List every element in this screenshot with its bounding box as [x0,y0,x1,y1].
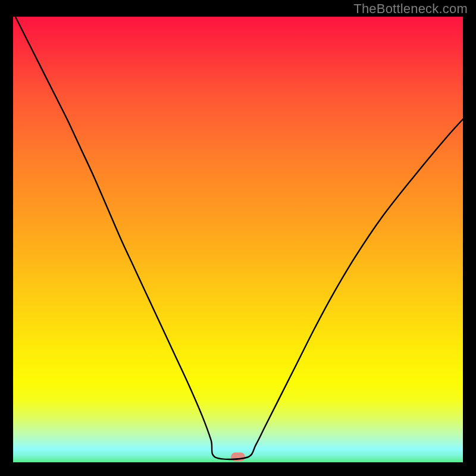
bottleneck-curve [13,17,463,462]
heatmap-plot-area [13,17,463,462]
chart-frame: TheBottleneck.com [0,0,476,476]
watermark-text: TheBottleneck.com [353,1,468,17]
